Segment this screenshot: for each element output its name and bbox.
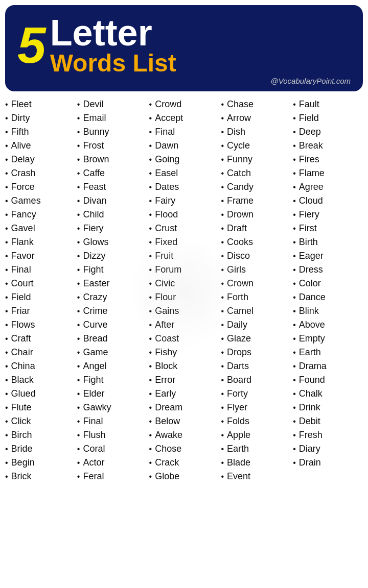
bullet-icon: • bbox=[149, 458, 152, 468]
list-item: •Final bbox=[4, 263, 76, 277]
list-item: •Deep bbox=[292, 125, 364, 139]
bullet-icon: • bbox=[149, 472, 152, 481]
bullet-icon: • bbox=[5, 224, 8, 233]
bullet-icon: • bbox=[77, 417, 80, 426]
word-label: Globe bbox=[155, 471, 179, 482]
bullet-icon: • bbox=[5, 389, 8, 399]
word-label: Board bbox=[227, 375, 251, 385]
list-item: •Fight bbox=[76, 263, 148, 277]
word-label: Frame bbox=[227, 195, 254, 206]
list-item: •Email bbox=[76, 111, 148, 125]
bullet-icon: • bbox=[293, 334, 296, 344]
bullet-icon: • bbox=[149, 348, 152, 357]
list-item: •Diary bbox=[292, 442, 364, 456]
list-item: •Going bbox=[148, 153, 220, 166]
list-item: •Forth bbox=[220, 290, 292, 304]
bullet-icon: • bbox=[221, 307, 224, 316]
list-item: •Error bbox=[148, 373, 220, 387]
list-item: •Awake bbox=[148, 428, 220, 442]
bullet-icon: • bbox=[221, 417, 224, 426]
word-label: Darts bbox=[227, 361, 249, 372]
list-item: •Drain bbox=[292, 456, 364, 470]
list-item: •Child bbox=[76, 208, 148, 222]
header-words-list: Words List bbox=[50, 51, 176, 76]
list-item: •Funny bbox=[220, 153, 292, 166]
bullet-icon: • bbox=[5, 376, 8, 385]
bullet-icon: • bbox=[5, 348, 8, 357]
list-item: •Court bbox=[4, 277, 76, 290]
bullet-icon: • bbox=[77, 362, 80, 371]
bullet-icon: • bbox=[77, 128, 80, 137]
bullet-icon: • bbox=[149, 321, 152, 330]
bullet-icon: • bbox=[149, 155, 152, 164]
word-label: Caffe bbox=[83, 168, 105, 179]
word-label: Flank bbox=[11, 237, 34, 248]
list-item: •Blade bbox=[220, 456, 292, 470]
word-label: Black bbox=[11, 375, 34, 385]
list-item: •Glued bbox=[4, 387, 76, 401]
list-item: •Girls bbox=[220, 263, 292, 277]
bullet-icon: • bbox=[5, 197, 8, 206]
word-label: Arrow bbox=[227, 113, 251, 124]
bullet-icon: • bbox=[293, 279, 296, 288]
word-label: Cycle bbox=[227, 140, 250, 151]
bullet-icon: • bbox=[77, 141, 80, 151]
word-label: Blink bbox=[299, 306, 319, 316]
bullet-icon: • bbox=[293, 197, 296, 206]
list-item: •Above bbox=[292, 318, 364, 332]
word-label: Flyer bbox=[227, 402, 247, 413]
word-label: Crash bbox=[11, 168, 36, 179]
bullet-icon: • bbox=[149, 128, 152, 137]
word-label: Going bbox=[155, 154, 179, 165]
word-label: Forty bbox=[227, 388, 248, 399]
list-item: •Globe bbox=[148, 470, 220, 483]
list-item: •Fancy bbox=[4, 208, 76, 222]
list-item: •Darts bbox=[220, 359, 292, 373]
list-item: •Catch bbox=[220, 166, 292, 180]
bullet-icon: • bbox=[293, 376, 296, 385]
bullet-icon: • bbox=[5, 334, 8, 344]
bullet-icon: • bbox=[5, 293, 8, 302]
bullet-icon: • bbox=[149, 403, 152, 412]
bullet-icon: • bbox=[293, 169, 296, 178]
word-label: Field bbox=[299, 113, 319, 124]
list-item: •Disco bbox=[220, 249, 292, 263]
bullet-icon: • bbox=[77, 100, 80, 109]
list-item: •Games bbox=[4, 194, 76, 208]
word-label: Bunny bbox=[83, 127, 109, 137]
word-label: Chair bbox=[11, 347, 33, 358]
word-label: Fleet bbox=[11, 99, 32, 110]
word-label: Drain bbox=[299, 457, 321, 468]
bullet-icon: • bbox=[5, 155, 8, 164]
word-label: Dawn bbox=[155, 140, 178, 151]
word-label: Gavel bbox=[11, 223, 35, 234]
word-label: Funny bbox=[227, 154, 252, 165]
list-item: •Cloud bbox=[292, 194, 364, 208]
bullet-icon: • bbox=[5, 458, 8, 468]
bullet-icon: • bbox=[149, 141, 152, 151]
list-item: •Dirty bbox=[4, 111, 76, 125]
bullet-icon: • bbox=[77, 293, 80, 302]
word-label: Dates bbox=[155, 182, 179, 192]
word-label: Click bbox=[11, 416, 31, 427]
word-label: Agree bbox=[299, 182, 324, 192]
bullet-icon: • bbox=[149, 307, 152, 316]
word-label: Forum bbox=[155, 264, 181, 275]
bullet-icon: • bbox=[5, 183, 8, 192]
word-label: Forth bbox=[227, 292, 248, 303]
list-item: •Blink bbox=[292, 304, 364, 318]
bullet-icon: • bbox=[293, 293, 296, 302]
list-item: •Chose bbox=[148, 442, 220, 456]
word-label: Begin bbox=[11, 457, 35, 468]
word-label: Drama bbox=[299, 361, 327, 372]
bullet-icon: • bbox=[221, 128, 224, 137]
list-item: •Draft bbox=[220, 222, 292, 235]
list-item: •Flows bbox=[4, 318, 76, 332]
bullet-icon: • bbox=[77, 403, 80, 412]
word-label: Easter bbox=[83, 278, 109, 289]
bullet-icon: • bbox=[293, 265, 296, 275]
word-label: Fancy bbox=[11, 209, 36, 220]
bullet-icon: • bbox=[293, 431, 296, 440]
list-item: •Folds bbox=[220, 414, 292, 428]
list-item: •Actor bbox=[76, 456, 148, 470]
